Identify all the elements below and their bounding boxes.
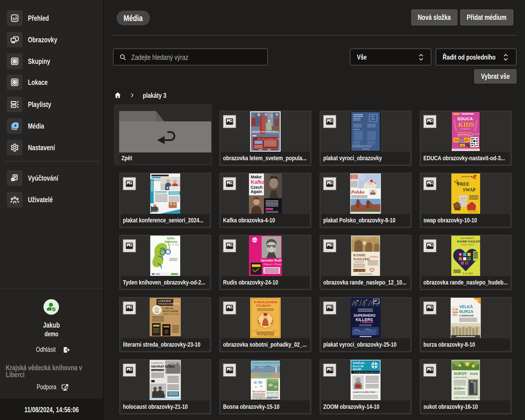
svg-text:v knihovně: v knihovně xyxy=(360,320,374,324)
svg-text:NÁVRAT DOMŮ: NÁVRAT DOMŮ xyxy=(151,364,175,368)
svg-text:pondělí 14. 10. 2024 | 17:30 h: pondělí 14. 10. 2024 | 17:30 h xyxy=(353,391,375,393)
svg-text:סוכות: סוכות xyxy=(470,372,478,375)
svg-text:16. 10. 2024: 16. 10. 2024 xyxy=(454,387,465,390)
svg-text:BOUŘÍ: BOUŘÍ xyxy=(353,368,361,371)
svg-text:BURZA: BURZA xyxy=(459,309,473,314)
svg-text:7 – 13. 10. 24: 7 – 13. 10. 24 xyxy=(469,133,480,135)
svg-text:Jaroslav Rudiš: Jaroslav Rudiš xyxy=(260,259,282,262)
svg-text:120: 120 xyxy=(371,118,375,120)
svg-text:F I L M O V Ý K L U B Z O: F I L M O V Ý K L U B Z O O M xyxy=(354,371,381,373)
svg-text:v knihovně: v knihovně xyxy=(459,314,474,317)
svg-text:2024: 2024 xyxy=(453,311,458,314)
svg-text:s knihou: s knihou xyxy=(370,255,378,258)
svg-text:SWAP: SWAP xyxy=(463,187,476,192)
svg-text:RAHČAN –: RAHČAN – xyxy=(353,361,366,364)
svg-text:CARLOS: CARLOS xyxy=(163,307,173,310)
svg-text:24: 24 xyxy=(476,299,479,301)
svg-text:SUPERHERO: SUPERHERO xyxy=(354,314,376,318)
svg-text:KNIHOVNY: KNIHOVNY xyxy=(352,144,372,148)
svg-text:svátek stánků: svátek stánků xyxy=(454,376,467,379)
svg-text:5. 11. 2024: 5. 11. 2024 xyxy=(463,272,473,274)
svg-text:RANDE NASLEPO: RANDE NASLEPO xyxy=(457,240,480,243)
svg-text:Boj o let, kez energy to nest: Boj o let, kez energy to nest rej! xyxy=(258,138,281,140)
svg-text:CESTA DO PRAVĚKU: CESTA DO PRAVĚKU xyxy=(252,130,279,133)
svg-text:O PROLHANÉM: O PROLHANÉM xyxy=(254,301,277,304)
svg-text:Po stopách obětí: Po stopách obětí xyxy=(152,369,164,371)
svg-text:HRAJE S KOMINKU: HRAJE S KOMINKU xyxy=(458,135,474,137)
svg-text:RANDE: RANDE xyxy=(353,253,366,257)
svg-text:Again: Again xyxy=(251,189,262,194)
svg-text:knihoven: knihoven xyxy=(165,240,177,243)
svg-text:KIDS: KIDS xyxy=(458,121,474,128)
svg-text:Polsko: Polsko xyxy=(351,189,365,195)
svg-text:TYGROVI: TYGROVI xyxy=(256,304,271,307)
svg-text:15. 10. 2024 | 17:00 hod: 15. 10. 2024 | 17:00 hod xyxy=(252,398,272,399)
svg-text:| pro nevidomé |: | pro nevidomé | xyxy=(461,237,474,239)
svg-text:Vánoce v Praze: Vánoce v Praze xyxy=(263,263,281,266)
svg-text:krajina a souvislosti: krajina a souvislosti xyxy=(253,365,271,368)
svg-text:z paměti knihy: z paměti knihy xyxy=(151,362,163,364)
svg-text:s audio knihou: s audio knihou xyxy=(461,243,474,246)
svg-text:NASLEPO: NASLEPO xyxy=(353,257,370,261)
svg-text:6 – 12. 10. 2024: 6 – 12. 10. 2024 xyxy=(354,270,369,272)
svg-text:VELKÁ: VELKÁ xyxy=(459,304,473,309)
svg-text:SUKOT: SUKOT xyxy=(454,371,467,376)
svg-text:Czech: Czech xyxy=(251,185,262,190)
svg-text:L I B E R E C: L I B E R E C xyxy=(460,128,471,130)
svg-text:25.10: 25.10 xyxy=(253,239,258,242)
svg-text:Make: Make xyxy=(251,174,262,179)
svg-text:6. 10.: 6. 10. xyxy=(453,308,459,311)
svg-text:Mgr. Jan Čipera: Mgr. Jan Čipera xyxy=(252,391,265,392)
svg-text:Krajská vědecká knihovna v Lib: Krajská vědecká knihovna v Liberci xyxy=(454,397,480,399)
svg-text:BOSNA A HERCEGOVINA: BOSNA A HERCEGOVINA xyxy=(252,362,281,364)
svg-text:EDUCA: EDUCA xyxy=(458,116,473,121)
svg-text:100: 100 xyxy=(371,115,374,117)
svg-text:5. 10. 2024 | 10:00: 5. 10. 2024 | 10:00 xyxy=(258,334,274,337)
svg-text:ELLA SE: ELLA SE xyxy=(353,365,364,368)
svg-text:týden: týden xyxy=(167,237,175,240)
svg-text:TOULKY EVROPOU: TOULKY EVROPOU xyxy=(158,303,180,305)
svg-text:7.–13. 10. 2024: 7.–13. 10. 2024 xyxy=(166,244,179,246)
svg-text:100: 100 xyxy=(374,300,377,302)
svg-text:RUIZ ZAFÓN: RUIZ ZAFÓN xyxy=(163,310,178,313)
svg-text:LITERÁRNÍ: LITERÁRNÍ xyxy=(158,299,171,302)
svg-text:Kafka: Kafka xyxy=(251,179,265,185)
svg-text:středa 23. 10. 2024: středa 23. 10. 2024 xyxy=(163,313,179,315)
